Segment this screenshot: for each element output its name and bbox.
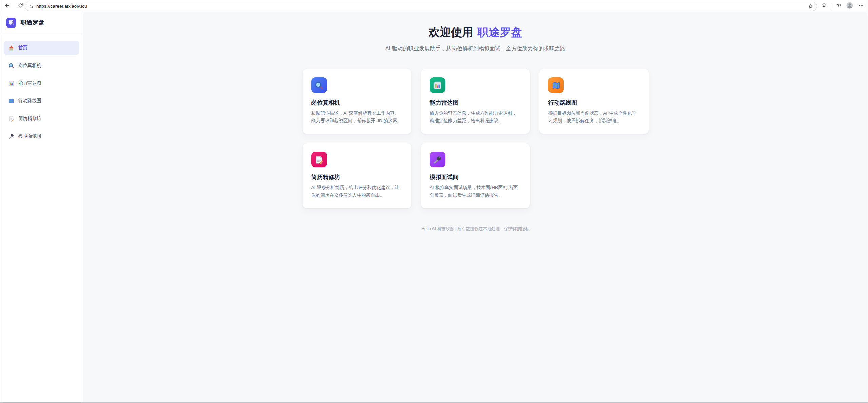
sidebar-item-label: 简历精修坊 xyxy=(18,115,41,122)
reload-button[interactable] xyxy=(15,1,25,11)
sidebar-item-label: 行动路线图 xyxy=(18,98,41,104)
card-roadmap[interactable]: 行动路线图 根据目标岗位和当前状态，AI 生成个性化学习规划，按周拆解任务，追踪… xyxy=(539,69,649,134)
card-title: 岗位真相机 xyxy=(311,99,403,107)
ellipsis-icon xyxy=(858,3,864,10)
bar-chart-icon xyxy=(430,77,445,93)
sidebar: 职 职途罗盘 首页 岗位真相机 能力雷达图 行动路线图 简历精修坊 模拟面试间 xyxy=(0,12,83,402)
extensions-puzzle-icon xyxy=(821,3,827,10)
sidebar-item-roadmap[interactable]: 行动路线图 xyxy=(4,94,79,108)
toolbar-right xyxy=(819,1,866,11)
footer-note: Hello AI 科技致善 | 所有数据仅在本地处理，保护你的隐私 xyxy=(421,226,529,232)
sidebar-item-label: 首页 xyxy=(18,45,27,51)
card-desc: AI 逐条分析简历，给出评分和优化建议，让你的简历在众多候选人中脱颖而出。 xyxy=(311,184,403,199)
reload-icon xyxy=(18,3,23,10)
card-title: 行动路线图 xyxy=(548,99,639,107)
favorites-icon xyxy=(836,3,842,10)
sidebar-item-radar[interactable]: 能力雷达图 xyxy=(4,76,79,90)
magnifier-icon xyxy=(311,77,327,93)
card-desc: 粘贴职位描述，AI 深度解析真实工作内容、能力要求和薪资区间，帮你拨开 JD 的… xyxy=(311,110,403,125)
url-text: https://career.aixiaolv.icu xyxy=(36,4,87,9)
magnifier-icon xyxy=(8,63,14,69)
page-title: 欢迎使用职途罗盘 xyxy=(429,25,522,39)
toolbar-divider xyxy=(831,3,831,9)
favorites-button[interactable] xyxy=(833,1,844,11)
home-icon xyxy=(8,45,14,51)
browser-window: https://career.aixiaolv.icu 职 职途罗盘 xyxy=(0,0,868,403)
extensions-button[interactable] xyxy=(819,1,829,11)
back-arrow-icon xyxy=(4,3,10,10)
sidebar-nav: 首页 岗位真相机 能力雷达图 行动路线图 简历精修坊 模拟面试间 xyxy=(0,33,83,151)
brand[interactable]: 职 职途罗盘 xyxy=(0,12,83,33)
page-title-prefix: 欢迎使用 xyxy=(429,26,474,38)
sidebar-item-home[interactable]: 首页 xyxy=(4,41,79,55)
map-icon xyxy=(548,77,564,93)
profile-button[interactable] xyxy=(845,1,855,11)
sidebar-item-interview[interactable]: 模拟面试间 xyxy=(4,129,79,143)
main-area: 欢迎使用职途罗盘 AI 驱动的职业发展助手，从岗位解析到模拟面试，全方位助力你的… xyxy=(83,12,868,402)
lock-icon xyxy=(29,4,34,9)
microphone-icon xyxy=(8,133,14,139)
memo-icon xyxy=(8,116,14,122)
card-desc: 根据目标岗位和当前状态，AI 生成个性化学习规划，按周拆解任务，追踪进度。 xyxy=(548,110,639,125)
brand-logo: 职 xyxy=(6,18,16,28)
card-interview[interactable]: 模拟面试间 AI 模拟真实面试场景，技术面/HR面/行为面全覆盖，面试后生成详细… xyxy=(421,143,530,208)
url-bar[interactable]: https://career.aixiaolv.icu xyxy=(25,2,817,11)
page-content: 职 职途罗盘 首页 岗位真相机 能力雷达图 行动路线图 简历精修坊 模拟面试间 … xyxy=(0,12,868,402)
page-subtitle: AI 驱动的职业发展助手，从岗位解析到模拟面试，全方位助力你的求职之路 xyxy=(385,45,566,52)
memo-icon xyxy=(311,152,327,167)
card-job-scanner[interactable]: 岗位真相机 粘贴职位描述，AI 深度解析真实工作内容、能力要求和薪资区间，帮你拨… xyxy=(302,69,412,134)
sidebar-item-job-scanner[interactable]: 岗位真相机 xyxy=(4,58,79,73)
card-radar[interactable]: 能力雷达图 输入你的背景信息，生成六维能力雷达图，精准定位能力差距，给出补强建议… xyxy=(421,69,530,134)
card-resume[interactable]: 简历精修坊 AI 逐条分析简历，给出评分和优化建议，让你的简历在众多候选人中脱颖… xyxy=(302,143,412,208)
card-title: 能力雷达图 xyxy=(430,99,521,107)
back-button[interactable] xyxy=(2,1,12,11)
browser-toolbar: https://career.aixiaolv.icu xyxy=(0,0,868,12)
sidebar-item-label: 模拟面试间 xyxy=(18,133,41,139)
sidebar-item-label: 能力雷达图 xyxy=(18,80,41,86)
page-title-brand: 职途罗盘 xyxy=(478,26,522,38)
sidebar-item-resume[interactable]: 简历精修坊 xyxy=(4,111,79,126)
card-desc: 输入你的背景信息，生成六维能力雷达图，精准定位能力差距，给出补强建议。 xyxy=(430,110,521,125)
brand-title: 职途罗盘 xyxy=(21,19,44,26)
map-icon xyxy=(8,98,14,104)
avatar-icon xyxy=(846,2,853,11)
card-title: 简历精修坊 xyxy=(311,173,403,181)
card-desc: AI 模拟真实面试场景，技术面/HR面/行为面全覆盖，面试后生成详细评估报告。 xyxy=(430,184,521,199)
card-title: 模拟面试间 xyxy=(430,173,521,181)
menu-button[interactable] xyxy=(856,1,866,11)
sidebar-item-label: 岗位真相机 xyxy=(18,62,41,69)
bookmark-star-button[interactable] xyxy=(807,2,815,11)
bar-chart-icon xyxy=(8,80,14,86)
microphone-icon xyxy=(430,152,445,167)
cards-grid: 岗位真相机 粘贴职位描述，AI 深度解析真实工作内容、能力要求和薪资区间，帮你拨… xyxy=(302,69,649,208)
